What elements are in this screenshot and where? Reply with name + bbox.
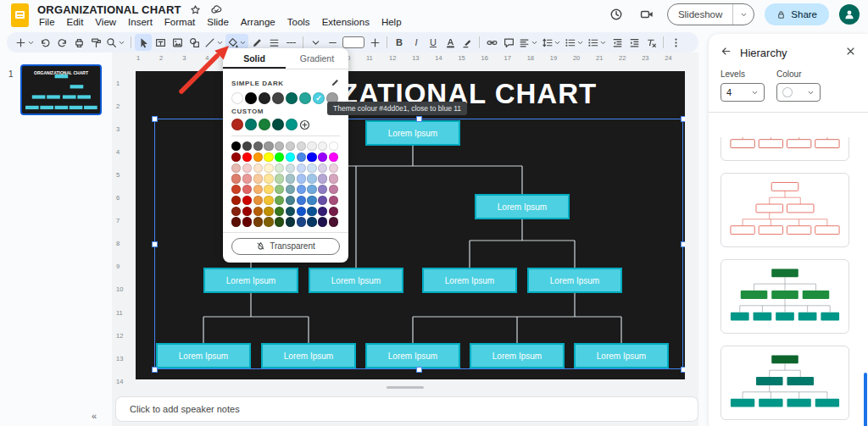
slideshow-dropdown[interactable] bbox=[732, 4, 754, 25]
color-swatch[interactable] bbox=[307, 185, 316, 194]
transparent-button[interactable]: Transparent bbox=[231, 238, 340, 255]
color-swatch[interactable] bbox=[231, 141, 241, 151]
select-tool-button[interactable] bbox=[135, 34, 152, 51]
color-swatch[interactable] bbox=[264, 217, 273, 226]
custom-color-swatch[interactable] bbox=[231, 119, 243, 130]
color-swatch[interactable] bbox=[318, 141, 327, 151]
color-swatch[interactable] bbox=[264, 185, 273, 194]
color-swatch[interactable] bbox=[329, 163, 338, 173]
theme-color-swatch[interactable] bbox=[272, 92, 284, 104]
italic-button[interactable]: I bbox=[408, 34, 425, 51]
menu-edit[interactable]: Edit bbox=[62, 16, 89, 28]
print-button[interactable] bbox=[70, 34, 87, 51]
color-swatch[interactable] bbox=[329, 196, 338, 205]
insert-shape-button[interactable] bbox=[186, 34, 203, 51]
color-swatch[interactable] bbox=[231, 196, 241, 205]
template-thumbnail[interactable] bbox=[721, 137, 849, 161]
numbered-list-button[interactable] bbox=[586, 34, 609, 51]
more-options-button[interactable] bbox=[667, 34, 684, 51]
speaker-notes[interactable]: Click to add speaker notes bbox=[115, 396, 698, 422]
avatar[interactable] bbox=[839, 4, 860, 25]
text-color-button[interactable] bbox=[442, 34, 459, 51]
insert-line-button[interactable] bbox=[203, 34, 225, 51]
color-swatch[interactable] bbox=[286, 174, 295, 183]
menu-help[interactable]: Help bbox=[376, 16, 407, 28]
color-swatch[interactable] bbox=[264, 141, 273, 151]
bold-button[interactable]: B bbox=[391, 34, 408, 51]
menu-slide[interactable]: Slide bbox=[202, 16, 234, 28]
color-swatch[interactable] bbox=[275, 207, 284, 216]
menu-view[interactable]: View bbox=[90, 16, 121, 28]
selection-handle[interactable] bbox=[152, 116, 158, 122]
document-title[interactable]: ORGANIZATIONAL CHART bbox=[37, 3, 181, 16]
join-call-icon[interactable] bbox=[637, 4, 657, 25]
color-swatch[interactable] bbox=[275, 185, 284, 194]
color-swatch[interactable] bbox=[318, 163, 327, 173]
color-swatch[interactable] bbox=[307, 141, 316, 151]
insert-comment-button[interactable] bbox=[500, 34, 517, 51]
line-spacing-button[interactable] bbox=[540, 34, 563, 51]
close-icon[interactable] bbox=[845, 45, 856, 60]
star-icon[interactable] bbox=[189, 3, 203, 16]
color-swatch[interactable] bbox=[275, 174, 284, 183]
version-history-icon[interactable] bbox=[606, 4, 626, 25]
clear-formatting-button[interactable] bbox=[643, 34, 659, 51]
color-swatch[interactable] bbox=[231, 174, 241, 183]
levels-select[interactable]: 4 bbox=[721, 83, 765, 102]
color-swatch[interactable] bbox=[253, 141, 263, 151]
new-slide-button[interactable] bbox=[14, 34, 36, 51]
decrease-indent-button[interactable] bbox=[609, 34, 626, 51]
theme-color-swatch[interactable] bbox=[299, 92, 311, 104]
color-swatch[interactable] bbox=[307, 174, 316, 183]
theme-color-swatch[interactable] bbox=[245, 92, 257, 104]
custom-color-swatch[interactable] bbox=[272, 119, 284, 130]
align-button[interactable] bbox=[517, 34, 540, 51]
color-swatch[interactable] bbox=[253, 196, 263, 205]
menu-arrange[interactable]: Arrange bbox=[236, 16, 281, 28]
selection-handle[interactable] bbox=[681, 367, 686, 373]
color-swatch[interactable] bbox=[286, 163, 295, 173]
undo-button[interactable] bbox=[36, 34, 53, 51]
color-swatch[interactable] bbox=[242, 185, 252, 194]
menu-format[interactable]: Format bbox=[159, 16, 200, 28]
insert-image-button[interactable] bbox=[169, 34, 186, 51]
color-swatch[interactable] bbox=[231, 185, 241, 194]
color-swatch[interactable] bbox=[253, 163, 263, 173]
color-swatch[interactable] bbox=[286, 196, 295, 205]
color-swatch[interactable] bbox=[253, 217, 263, 226]
color-swatch[interactable] bbox=[286, 185, 295, 194]
color-swatch[interactable] bbox=[307, 217, 316, 226]
slide-thumbnail[interactable]: ORGANIZATIONAL CHART bbox=[20, 64, 102, 115]
color-swatch[interactable] bbox=[275, 141, 284, 151]
back-icon[interactable] bbox=[721, 45, 732, 60]
custom-color-swatch[interactable] bbox=[286, 119, 298, 130]
color-swatch[interactable] bbox=[275, 163, 284, 173]
slideshow-button[interactable]: Slideshow bbox=[668, 4, 732, 25]
color-swatch[interactable] bbox=[329, 174, 338, 183]
color-swatch[interactable] bbox=[275, 196, 284, 205]
bulleted-list-button[interactable] bbox=[563, 34, 586, 51]
color-swatch[interactable] bbox=[264, 163, 273, 173]
paint-format-button[interactable] bbox=[87, 34, 104, 51]
redo-button[interactable] bbox=[53, 34, 70, 51]
edit-theme-colors-icon[interactable] bbox=[331, 78, 340, 89]
tab-solid[interactable]: Solid bbox=[223, 48, 286, 69]
insert-link-button[interactable] bbox=[483, 34, 500, 51]
color-swatch[interactable] bbox=[242, 152, 252, 162]
color-swatch[interactable] bbox=[297, 174, 306, 183]
color-swatch[interactable] bbox=[297, 163, 306, 173]
tab-gradient[interactable]: Gradient bbox=[286, 48, 348, 69]
color-swatch[interactable] bbox=[253, 152, 263, 162]
color-swatch[interactable] bbox=[264, 152, 273, 162]
color-swatch[interactable] bbox=[231, 152, 241, 162]
color-swatch[interactable] bbox=[297, 185, 306, 194]
color-swatch[interactable] bbox=[329, 141, 338, 151]
increase-indent-button[interactable] bbox=[626, 34, 643, 51]
color-swatch[interactable] bbox=[275, 152, 284, 162]
template-thumbnail[interactable] bbox=[721, 173, 849, 247]
selection-handle[interactable] bbox=[152, 241, 158, 247]
color-swatch[interactable] bbox=[242, 174, 252, 183]
color-swatch[interactable] bbox=[318, 196, 327, 205]
zoom-button[interactable] bbox=[104, 34, 127, 51]
color-swatch[interactable] bbox=[297, 141, 306, 151]
